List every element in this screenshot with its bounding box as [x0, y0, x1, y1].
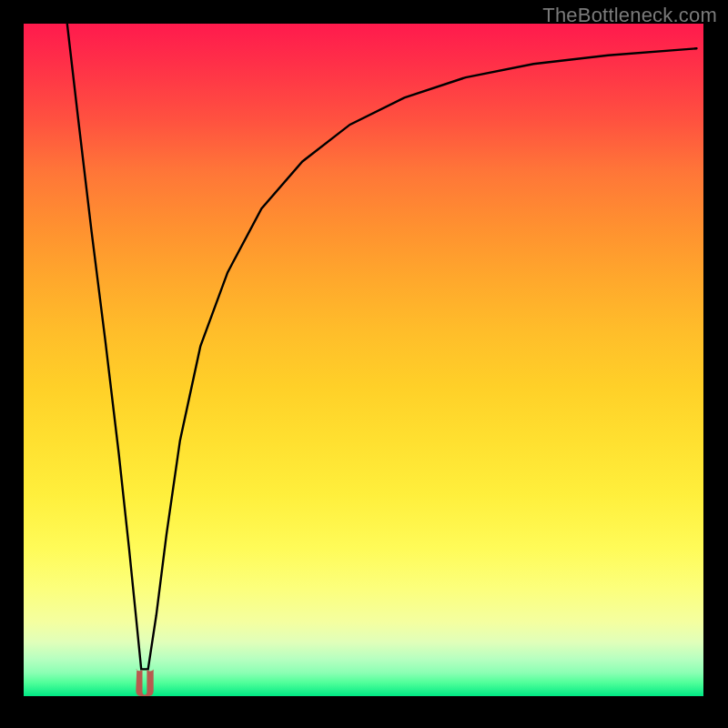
curve-layer — [24, 24, 703, 696]
notch-marker — [136, 669, 153, 696]
bottleneck-curve-group — [67, 24, 697, 669]
plot-area — [24, 24, 703, 696]
bottleneck-curve — [67, 24, 697, 669]
notch-marker-group — [136, 669, 153, 696]
chart-frame: TheBottleneck.com — [0, 0, 728, 728]
